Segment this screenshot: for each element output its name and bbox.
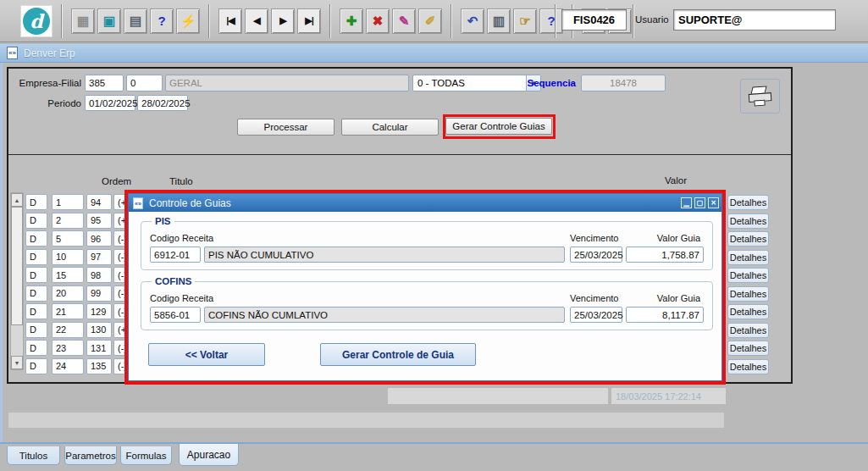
cell-titulo[interactable]: 96 — [86, 230, 112, 247]
cell-titulo[interactable]: 131 — [86, 340, 112, 356]
table-scrollbar[interactable]: ▲ ▼ — [10, 192, 24, 370]
gerar-controle-guias-button[interactable]: Gerar Controle Guias — [445, 118, 552, 135]
voltar-button[interactable]: << Voltar — [148, 343, 265, 366]
mdi-frame-edge — [0, 63, 3, 443]
cell-tipo[interactable]: D — [25, 249, 47, 265]
cell-titulo[interactable]: 129 — [86, 303, 112, 319]
detalhes-button[interactable]: Detalhes — [727, 359, 769, 374]
cell-ordem[interactable]: 22 — [52, 322, 84, 338]
cell-titulo[interactable]: 95 — [86, 213, 112, 229]
timestamp-field: 18/03/2025 17:22:14 — [611, 388, 726, 404]
scroll-up-icon[interactable]: ▲ — [11, 193, 23, 207]
next-record-icon[interactable]: ▶ — [271, 8, 295, 34]
detalhes-button[interactable]: Detalhes — [727, 341, 769, 356]
cell-titulo[interactable]: 98 — [86, 267, 112, 283]
delete-record-icon[interactable]: ✖ — [366, 8, 390, 34]
cell-tipo[interactable]: D — [25, 340, 47, 356]
undo-icon[interactable]: ↶ — [461, 8, 484, 34]
cofins-vencimento-field[interactable]: 25/03/2025 — [570, 307, 622, 323]
detalhes-column: Detalhes Detalhes Detalhes Detalhes Deta… — [727, 195, 769, 374]
scrollbar-thumb[interactable] — [11, 207, 23, 325]
hand-help-icon[interactable]: ☞ — [513, 8, 537, 34]
cell-ordem[interactable]: 15 — [52, 267, 84, 283]
gerar-controle-de-guia-button[interactable]: Gerar Controle de Guia — [320, 343, 476, 366]
detalhes-button[interactable]: Detalhes — [727, 195, 769, 210]
cell-tipo[interactable]: D — [25, 194, 47, 210]
cell-ordem[interactable]: 2 — [52, 213, 84, 229]
window-title: Denver Erp — [24, 47, 75, 59]
cell-ordem[interactable]: 20 — [52, 285, 84, 302]
empresa-filial-label: Empresa-Filial — [14, 78, 81, 88]
query-help-icon[interactable]: ? — [150, 8, 174, 34]
detalhes-button[interactable]: Detalhes — [727, 231, 769, 247]
cell-titulo[interactable]: 99 — [86, 285, 112, 302]
cofins-codigo-field[interactable]: 5856-01 — [150, 307, 201, 323]
pis-valor-field[interactable]: 1,758.87 — [626, 247, 704, 263]
periodo-fim-field[interactable]: 28/02/2025 — [137, 95, 188, 111]
cell-ordem[interactable]: 21 — [52, 303, 84, 319]
periodo-inicio-field[interactable]: 01/02/2025 — [85, 95, 135, 111]
cofins-valor-field[interactable]: 8,117.87 — [626, 307, 704, 323]
vencimento-label: Vencimento — [570, 233, 618, 243]
last-record-icon[interactable]: ▶| — [297, 8, 321, 34]
tab-titulos[interactable]: Titulos — [7, 446, 60, 465]
cell-tipo[interactable]: D — [25, 267, 47, 283]
maximize-icon[interactable]: ▢ — [694, 197, 705, 208]
tab-parametros[interactable]: Parametros — [64, 446, 117, 465]
detalhes-button[interactable]: Detalhes — [727, 304, 769, 319]
toolbar-group-nav: |◀◀▶▶| — [218, 8, 321, 34]
detalhes-button[interactable]: Detalhes — [727, 213, 769, 229]
processar-button[interactable]: Processar — [237, 119, 334, 136]
print-icon[interactable]: ▤ — [124, 8, 147, 34]
tab-apuracao[interactable]: Apuracao — [179, 444, 239, 466]
cell-titulo[interactable]: 130 — [86, 322, 112, 338]
cell-ordem[interactable]: 1 — [52, 194, 84, 210]
edit-record-icon[interactable]: ✎ — [392, 8, 416, 34]
cell-tipo[interactable]: D — [25, 322, 47, 338]
dialog-titlebar[interactable]: «» Controle de Guias ▁ ▢ ✕ — [129, 194, 721, 212]
cell-tipo[interactable]: D — [25, 358, 47, 374]
scroll-down-icon[interactable]: ▼ — [11, 356, 23, 369]
cell-tipo[interactable]: D — [25, 213, 47, 229]
save-icon[interactable]: ▦ — [71, 8, 95, 34]
empresa-field[interactable]: 385 — [85, 75, 124, 91]
window-icon: «» — [7, 47, 18, 59]
paste-icon[interactable]: ▥ — [487, 8, 511, 34]
pis-vencimento-field[interactable]: 25/03/2025 — [570, 247, 622, 263]
cell-ordem[interactable]: 24 — [52, 358, 84, 374]
cell-tipo[interactable]: D — [25, 285, 47, 302]
annotation-rect-gerar-button: Gerar Controle Guias — [443, 114, 556, 139]
cell-titulo[interactable]: 97 — [86, 249, 112, 265]
cell-ordem[interactable]: 23 — [52, 340, 84, 356]
help-icon[interactable]: ? — [539, 8, 563, 34]
wand-edit-icon[interactable]: ✐ — [418, 8, 442, 34]
screen-icon[interactable]: ▣ — [97, 8, 121, 34]
pis-codigo-field[interactable]: 6912-01 — [150, 247, 201, 263]
execute-icon[interactable]: ⚡ — [176, 8, 200, 34]
close-icon[interactable]: ✕ — [708, 197, 719, 208]
pis-group-label: PIS — [152, 216, 174, 226]
dialog-icon: «» — [133, 197, 143, 209]
detalhes-button[interactable]: Detalhes — [727, 286, 769, 302]
prev-record-icon[interactable]: ◀ — [245, 8, 268, 34]
first-record-icon[interactable]: |◀ — [218, 8, 242, 34]
cell-tipo[interactable]: D — [25, 303, 47, 319]
tab-formulas[interactable]: Formulas — [120, 446, 172, 465]
cell-titulo[interactable]: 135 — [86, 358, 112, 374]
print-report-button[interactable] — [740, 79, 780, 114]
cell-ordem[interactable]: 5 — [52, 230, 84, 247]
window-titlebar: «» Denver Erp — [0, 44, 868, 63]
cell-tipo[interactable]: D — [25, 230, 47, 247]
filial-field[interactable]: 0 — [126, 75, 163, 91]
pis-groupbox: PIS Codigo Receita Vencimento Valor Guia… — [141, 221, 713, 270]
sequencia-field: 18478 — [581, 75, 666, 91]
usuario-field[interactable]: SUPORTE@ — [673, 9, 836, 30]
add-record-icon[interactable]: ✚ — [340, 8, 363, 34]
detalhes-button[interactable]: Detalhes — [727, 268, 769, 283]
cell-titulo[interactable]: 94 — [86, 194, 112, 210]
detalhes-button[interactable]: Detalhes — [727, 250, 769, 265]
minimize-icon[interactable]: ▁ — [681, 197, 692, 208]
cell-ordem[interactable]: 10 — [52, 249, 84, 265]
detalhes-button[interactable]: Detalhes — [727, 323, 769, 338]
calcular-button[interactable]: Calcular — [341, 119, 439, 136]
